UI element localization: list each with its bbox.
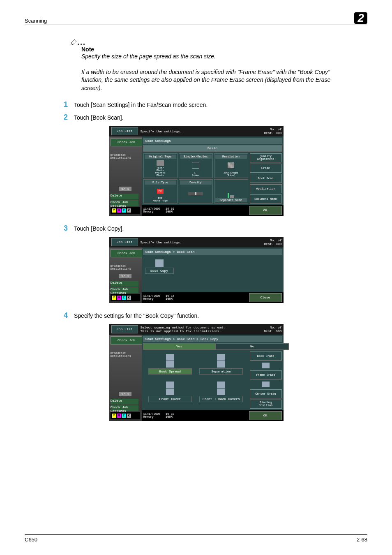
broadcast-label: Broadcast Destinations bbox=[111, 352, 140, 358]
check-job-settings-button[interactable]: Check Job Settings bbox=[111, 287, 138, 293]
separate-scan-button[interactable]: Separate Scan bbox=[214, 179, 248, 204]
document-name-button[interactable]: Document Name bbox=[250, 194, 282, 204]
front-back-covers-icon bbox=[217, 382, 225, 388]
ok-button[interactable]: OK bbox=[249, 206, 282, 215]
dest-count: No. of Dest. 000 bbox=[264, 238, 283, 246]
check-job-settings-button[interactable]: Check Job Settings bbox=[111, 405, 138, 411]
check-job-button[interactable]: Check Job bbox=[111, 249, 143, 257]
frame-erase-button[interactable]: Frame Erase bbox=[250, 370, 282, 379]
job-list-button[interactable]: Job List bbox=[111, 127, 138, 135]
left-panel: Check Job Broadcast Destinations 1/ 1 De… bbox=[109, 247, 142, 303]
dest-count: No. of Dest. 000 bbox=[264, 326, 283, 333]
erase-button[interactable]: Erase bbox=[250, 164, 282, 173]
pager: 1/ 1 bbox=[111, 392, 140, 396]
status-datetime: 11/17/2006 19:54 Memory 100% bbox=[143, 295, 175, 301]
breadcrumb: Scan Settings bbox=[143, 138, 282, 144]
step-1: 1 Touch [Scan Settings] in the Fax/Scan … bbox=[64, 100, 367, 109]
delete-button[interactable]: Delete bbox=[111, 281, 138, 287]
pager: 1/ 1 bbox=[111, 274, 140, 278]
center-erase-button[interactable]: Center Erase bbox=[250, 389, 282, 398]
front-cover-button[interactable]: Front Cover bbox=[146, 382, 195, 407]
left-panel: Check Job Broadcast Destinations 1/ 1 De… bbox=[109, 136, 142, 216]
page-number: 2-68 bbox=[357, 536, 367, 543]
book-spread-icon bbox=[166, 354, 174, 361]
toner-levels: YMCK bbox=[111, 294, 140, 301]
screenshot-scan-settings: Job List Specify the settings. No. of De… bbox=[109, 126, 284, 216]
instruction-text: Specify the settings. bbox=[138, 240, 264, 244]
toner-levels: Y M C K bbox=[111, 207, 140, 214]
book-scan-button[interactable]: Book Scan bbox=[250, 174, 282, 183]
instruction-text: Specify the settings. bbox=[138, 130, 264, 133]
step-number: 3 bbox=[64, 224, 74, 233]
breadcrumb: Scan Settings > Book Scan > Book Copy bbox=[143, 336, 282, 342]
ok-button[interactable]: OK bbox=[249, 411, 282, 420]
step-number: 1 bbox=[64, 100, 74, 109]
ellipsis-icon: ... bbox=[77, 38, 86, 46]
page-header: Scanning 2 bbox=[25, 12, 367, 25]
note-text-1: Specify the size of the page spread as t… bbox=[81, 53, 351, 61]
front-back-covers-button[interactable]: Front + Back Covers bbox=[197, 382, 246, 407]
book-copy-icon bbox=[155, 259, 164, 267]
job-list-button[interactable]: Job List bbox=[111, 325, 138, 333]
binding-position-button[interactable]: Binding Position bbox=[250, 400, 282, 409]
left-panel: Check Job Broadcast Destinations 1/ 1 De… bbox=[109, 335, 142, 421]
step-text: Specify the settings for the "Book Copy"… bbox=[74, 311, 199, 320]
application-button[interactable]: Application bbox=[250, 184, 282, 193]
main-panel: Scan Settings > Book Scan > Book Copy Ye… bbox=[142, 335, 284, 421]
broadcast-label: Broadcast Destinations bbox=[111, 154, 140, 160]
density-button[interactable]: Density bbox=[179, 179, 213, 204]
file-type-button[interactable]: File Type PDF PDF Multi Page bbox=[143, 179, 178, 204]
quality-adjustment-button[interactable]: Quality Adjustment bbox=[250, 153, 282, 162]
main-panel: Scan Settings Basic Original Type Text/ … bbox=[142, 136, 284, 216]
pager: 1/ 1 bbox=[111, 187, 140, 191]
toner-levels: YMCK bbox=[111, 412, 140, 419]
broadcast-label: Broadcast Destinations bbox=[111, 265, 140, 271]
page-icon bbox=[192, 162, 199, 169]
product-model: C650 bbox=[25, 536, 37, 543]
step-text: Touch [Book Scan]. bbox=[74, 113, 124, 122]
separation-icon bbox=[217, 354, 225, 361]
screenshot-book-copy: Job List Select scanning method for docu… bbox=[109, 324, 284, 421]
original-type-button[interactable]: Original Type Text/ Photo Printed Photo bbox=[143, 153, 178, 178]
close-button[interactable]: Close bbox=[249, 293, 282, 302]
step-4: 4 Specify the settings for the "Book Cop… bbox=[64, 311, 367, 320]
main-panel: Scan Settings > Book Scan Book Copy 11/1… bbox=[142, 247, 284, 303]
delete-button[interactable]: Delete bbox=[111, 399, 138, 405]
separate-scan-icon bbox=[228, 192, 234, 198]
step-3: 3 Touch [Book Copy]. bbox=[64, 224, 367, 233]
check-job-settings-button[interactable]: Check Job Settings bbox=[111, 200, 138, 206]
toner-c-icon: C bbox=[122, 208, 126, 213]
note-title: Note bbox=[81, 46, 351, 53]
chapter-number: 2 bbox=[354, 12, 367, 24]
tab-no[interactable]: No bbox=[216, 343, 289, 350]
toner-m-icon: M bbox=[117, 208, 121, 213]
check-job-button[interactable]: Check Job bbox=[111, 336, 143, 345]
book-copy-button[interactable]: Book Copy bbox=[145, 259, 174, 289]
resolution-icon bbox=[228, 162, 234, 168]
delete-button[interactable]: Delete bbox=[111, 194, 138, 199]
tab-yes[interactable]: Yes bbox=[143, 343, 216, 350]
frame-erase-icon bbox=[262, 382, 270, 387]
density-bar-icon bbox=[188, 192, 203, 195]
book-erase-icon bbox=[262, 363, 270, 368]
step-number: 2 bbox=[64, 113, 74, 122]
tab-basic[interactable]: Basic bbox=[143, 145, 282, 152]
book-erase-button[interactable]: Book Erase bbox=[250, 352, 282, 361]
status-datetime: 11/17/2006 19:50 Memory 100% bbox=[143, 208, 175, 213]
note-block: ... Note Specify the size of the page sp… bbox=[70, 37, 351, 92]
book-spread-button[interactable]: Book Spread bbox=[146, 354, 195, 379]
check-job-button[interactable]: Check Job bbox=[111, 138, 143, 146]
job-list-button[interactable]: Job List bbox=[111, 238, 138, 246]
separation-button[interactable]: Separation bbox=[197, 354, 246, 379]
simplex-duplex-button[interactable]: Simplex/Duplex 1- Sided bbox=[179, 153, 213, 178]
toner-y-icon: Y bbox=[112, 208, 116, 213]
resolution-button[interactable]: Resolution 200x200dpi (Fine) bbox=[214, 153, 248, 178]
breadcrumb: Scan Settings > Book Scan bbox=[143, 249, 282, 255]
step-text: Touch [Book Copy]. bbox=[74, 224, 124, 233]
screenshot-book-scan: Job List Specify the settings. No. of De… bbox=[109, 237, 284, 303]
header-section: Scanning bbox=[25, 18, 47, 24]
front-cover-icon bbox=[166, 382, 174, 388]
step-2: 2 Touch [Book Scan]. bbox=[64, 113, 367, 122]
original-type-icon bbox=[157, 160, 164, 166]
instruction-text: Select scanning method for document spre… bbox=[138, 326, 264, 333]
